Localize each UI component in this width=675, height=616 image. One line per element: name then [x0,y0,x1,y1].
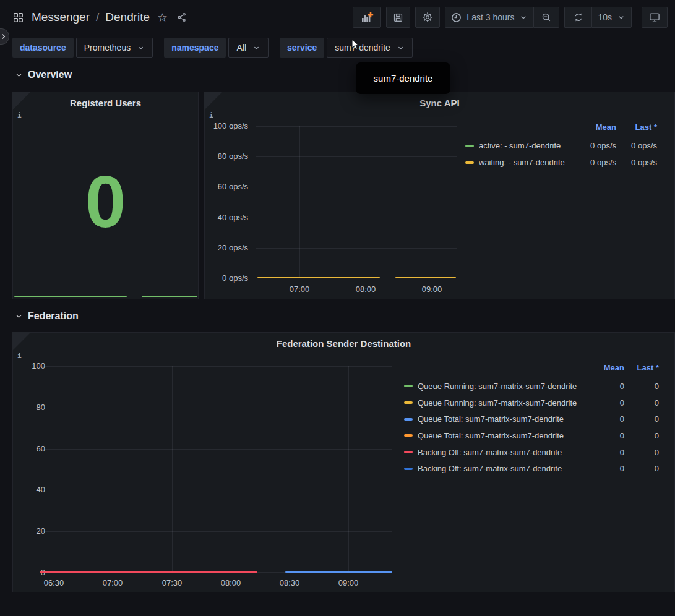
save-icon [392,12,404,24]
legend-mean-value: 0 [592,464,624,473]
panel-federation-sender: i Federation Sender Destination 100 80 6… [12,332,675,592]
legend-row: Queue Running: sum7-matrix-sum7-dendrite… [404,395,659,411]
legend-row: Backing Off: sum7-matrix-sum7-dendrite 0… [404,460,659,477]
legend-last-value: 0 ops/s [616,141,657,150]
series-line-waiting [395,277,456,278]
legend-last-value: 0 [624,398,659,408]
refresh-interval-dropdown[interactable]: 10s [591,7,632,28]
share-icon [176,12,187,23]
legend-series-label[interactable]: Queue Running: sum7-matrix-sum7-dendrite [418,398,592,408]
breadcrumb: Messenger / Dendrite ☆ [11,11,189,25]
federation-plot-area[interactable] [40,366,392,573]
clock-icon [451,12,462,23]
star-icon: ☆ [157,12,168,24]
star-button[interactable]: ☆ [156,11,169,25]
legend-series-label[interactable]: active: - sum7-dendrite [479,141,573,150]
legend-series-label[interactable]: waiting: - sum7-dendrite [479,158,573,167]
legend-series-label[interactable]: Backing Off: sum7-matrix-sum7-dendrite [418,448,592,457]
legend-series-label[interactable]: Backing Off: sum7-matrix-sum7-dendrite [418,464,592,473]
legend-row: Queue Running: sum7-matrix-sum7-dendrite… [404,378,659,395]
x-axis-tick: 09:00 [329,578,368,588]
variable-value-namespace[interactable]: All [228,38,269,58]
share-button[interactable] [175,11,189,24]
apps-icon[interactable] [11,11,25,25]
time-picker-group: Last 3 hours [445,7,559,28]
top-nav-bar: Messenger / Dendrite ☆ [0,0,675,35]
panel-info-corner[interactable]: i [204,92,223,110]
panel-info-corner[interactable]: i [12,332,31,351]
x-axis-tick: 07:00 [280,284,319,294]
legend-sort-last[interactable]: Last * [616,122,657,132]
zoom-out-time-button[interactable] [533,7,559,28]
chevron-down-icon [252,44,260,52]
chevron-down-icon [617,13,626,22]
legend-header: Mean Last * [404,361,659,374]
stat-sparkline-segment [14,296,127,297]
legend-series-label[interactable]: Queue Total: sum7-matrix-sum7-dendrite [418,414,592,424]
legend-last-value: 0 [624,382,659,391]
y-axis-tick: 40 ops/s [205,213,248,222]
legend-series-label[interactable]: Queue Total: sum7-matrix-sum7-dendrite [418,431,592,440]
series-color-swatch [465,161,474,164]
kiosk-icon [648,11,661,24]
breadcrumb-current: Dendrite [105,11,150,24]
panel-title[interactable]: Federation Sender Destination [38,338,650,349]
series-color-swatch [404,468,413,470]
breadcrumb-separator: / [96,11,99,24]
stat-value: 0 [85,165,126,238]
legend-sort-last[interactable]: Last * [624,363,659,372]
legend-row: waiting: - sum7-dendrite 0 ops/s 0 ops/s [465,154,657,171]
variable-value-service[interactable]: sum7-dendrite [327,38,413,58]
tooltip-text: sum7-dendrite [374,73,433,83]
zoom-out-icon [541,12,552,23]
kiosk-mode-button[interactable] [642,7,668,28]
legend-sort-mean[interactable]: Mean [573,122,616,132]
save-dashboard-button[interactable] [386,7,410,28]
section-row-overview[interactable]: Overview [15,67,72,83]
legend-last-value: 0 [624,431,659,440]
x-axis-tick: 09:00 [412,284,452,294]
breadcrumb-dashboard[interactable]: Messenger [32,11,90,24]
refresh-button[interactable] [564,7,591,28]
dashboard-toolbar: Last 3 hours [348,7,668,28]
y-axis-tick: 80 ops/s [205,152,248,161]
variable-value-datasource[interactable]: Prometheus [76,38,153,58]
variable-service: service sum7-dendrite [280,38,413,58]
legend-header: Mean Last * [465,121,657,133]
x-axis-tick: 06:30 [34,578,74,588]
legend-sort-mean[interactable]: Mean [592,363,624,372]
x-axis-tick: 08:00 [346,284,385,294]
panel-title[interactable]: Sync API [230,98,650,108]
refresh-interval-label: 10s [598,12,612,22]
chevron-down-icon [137,44,145,52]
dashboard-settings-button[interactable] [415,7,440,28]
panel-title[interactable]: Registerd Users [38,98,173,108]
legend-last-value: 0 ops/s [616,158,657,167]
add-panel-button[interactable] [353,7,381,28]
x-axis-tick: 07:30 [152,578,192,588]
section-row-federation[interactable]: Federation [15,308,79,324]
legend-mean-value: 0 [592,382,624,391]
variable-namespace: namespace All [164,38,269,58]
legend-last-value: 0 [624,414,659,424]
x-axis-tick: 07:00 [93,578,132,588]
legend-mean-value: 0 ops/s [573,141,616,150]
time-range-picker[interactable]: Last 3 hours [445,7,533,28]
time-range-label: Last 3 hours [466,12,514,22]
series-color-swatch [404,401,413,404]
legend-series-label[interactable]: Queue Running: sum7-matrix-sum7-dendrite [418,382,592,391]
info-icon: i [17,352,22,360]
x-axis-tick: 08:00 [211,578,251,588]
sync-api-plot-area[interactable] [256,126,457,278]
series-color-swatch [404,385,413,387]
series-line-waiting [257,277,380,278]
refresh-picker-group: 10s [564,7,632,28]
chevron-down-icon [15,312,23,320]
legend-row: Queue Total: sum7-matrix-sum7-dendrite 0… [404,427,659,444]
series-color-swatch [404,434,413,437]
legend-mean-value: 0 [592,431,624,440]
panel-info-corner[interactable]: i [12,92,31,110]
variable-label-service: service [280,38,324,58]
y-axis-tick: 20 ops/s [205,243,248,252]
stat-sparkline-segment [142,296,197,297]
